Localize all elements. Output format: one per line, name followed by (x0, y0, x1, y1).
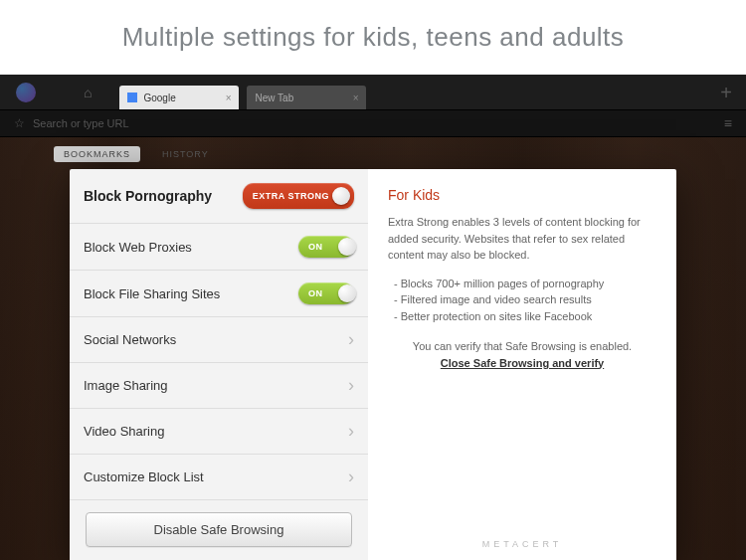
setting-video-sharing[interactable]: Video Sharing › (70, 409, 368, 455)
close-icon[interactable]: × (353, 93, 359, 103)
settings-modal: Block Pornography EXTRA STRONG Block Web… (70, 169, 676, 560)
browser-tab-new[interactable]: New Tab × (247, 86, 366, 109)
toggle-text: ON (308, 242, 323, 252)
info-title: For Kids (388, 185, 656, 206)
bullet-item: - Blocks 700+ million pages of pornograp… (394, 276, 656, 292)
toggle-on[interactable]: ON (298, 282, 354, 304)
toggle-knob-icon (338, 238, 356, 256)
setting-block-pornography[interactable]: Block Pornography EXTRA STRONG (70, 169, 368, 224)
add-tab-icon[interactable]: + (720, 81, 732, 103)
disable-safe-browsing-button[interactable]: Disable Safe Browsing (86, 512, 352, 547)
banner-text: Multiple settings for kids, teens and ad… (122, 22, 625, 53)
tab-bookmarks[interactable]: BOOKMARKS (54, 146, 140, 162)
bullet-item: - Better protection on sites like Facebo… (394, 308, 656, 325)
close-and-verify-link[interactable]: Close Safe Browsing and verify (388, 355, 656, 372)
setting-label: Social Networks (84, 332, 176, 347)
toggle-text: ON (308, 288, 323, 298)
url-placeholder: Search or type URL (33, 117, 129, 129)
setting-image-sharing[interactable]: Image Sharing › (70, 363, 368, 409)
setting-label: Block File Sharing Sites (84, 286, 220, 301)
menu-icon[interactable]: ≡ (724, 115, 732, 131)
setting-customize-blocklist[interactable]: Customize Block List › (70, 455, 368, 500)
chevron-right-icon: › (348, 421, 354, 442)
setting-label: Block Web Proxies (84, 240, 192, 255)
settings-list: Block Pornography EXTRA STRONG Block Web… (70, 169, 368, 560)
info-panel: For Kids Extra Strong enables 3 levels o… (368, 169, 676, 560)
toggle-knob-icon (332, 187, 350, 205)
favicon-icon (127, 93, 137, 102)
setting-block-filesharing[interactable]: Block File Sharing Sites ON (70, 271, 368, 317)
home-icon[interactable]: ⌂ (84, 85, 92, 100)
brand-label: METACERT (368, 538, 676, 552)
verify-section: You can verify that Safe Browsing is ena… (388, 338, 656, 371)
info-bullets: - Blocks 700+ million pages of pornograp… (388, 276, 656, 325)
browser-tab-active[interactable]: Google × (119, 86, 239, 109)
toggle-on[interactable]: ON (298, 236, 354, 258)
setting-social-networks[interactable]: Social Networks › (70, 317, 368, 363)
setting-label: Customize Block List (84, 469, 204, 484)
browser-tab-bar: ⌂ Google × New Tab × + (0, 75, 746, 109)
content-tabs: BOOKMARKS HISTORY (54, 146, 219, 162)
setting-label: Image Sharing (84, 378, 168, 393)
close-icon[interactable]: × (226, 93, 232, 103)
setting-block-proxies[interactable]: Block Web Proxies ON (70, 224, 368, 271)
marketing-banner: Multiple settings for kids, teens and ad… (0, 0, 746, 75)
url-bar[interactable]: ☆ Search or type URL ≡ (0, 109, 746, 137)
setting-label: Block Pornography (84, 188, 212, 204)
verify-text: You can verify that Safe Browsing is ena… (388, 338, 656, 355)
extra-strong-toggle[interactable]: EXTRA STRONG (243, 183, 354, 209)
browser-backdrop: ⌂ Google × New Tab × + ☆ Search or type … (0, 75, 746, 560)
chevron-right-icon: › (348, 329, 354, 350)
app-logo (16, 83, 36, 102)
info-description: Extra Strong enables 3 levels of content… (388, 214, 656, 264)
setting-label: Video Sharing (84, 424, 164, 439)
tab-label: New Tab (255, 93, 293, 103)
chevron-right-icon: › (348, 375, 354, 396)
bullet-item: - Filtered image and video search result… (394, 291, 656, 308)
disable-button-wrap: Disable Safe Browsing (70, 500, 368, 560)
tab-label: Google (143, 93, 175, 103)
toggle-knob-icon (338, 284, 356, 302)
tab-history[interactable]: HISTORY (152, 146, 219, 162)
pill-text: EXTRA STRONG (253, 191, 329, 201)
chevron-right-icon: › (348, 467, 354, 487)
bookmark-star-icon[interactable]: ☆ (14, 116, 25, 130)
